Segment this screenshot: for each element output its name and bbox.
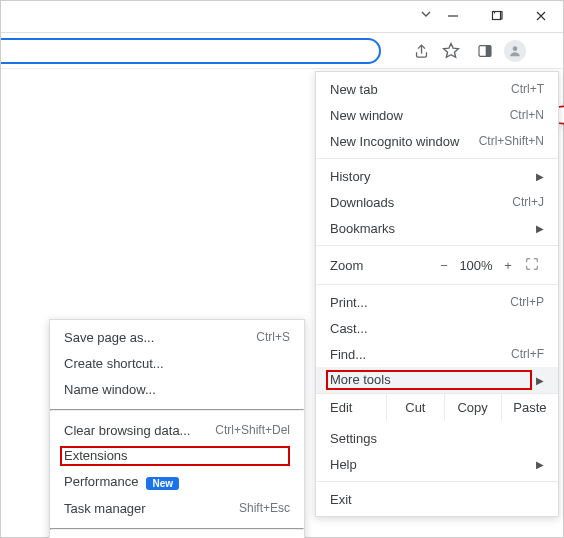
menu-label: More tools (326, 370, 532, 390)
bookmark-star-icon[interactable] (439, 39, 463, 63)
menu-zoom-row: Zoom − 100% + (316, 250, 558, 280)
menu-exit[interactable]: Exit (316, 486, 558, 512)
menu-label: Task manager (64, 501, 239, 516)
submenu-name-window[interactable]: Name window... (50, 376, 304, 402)
submenu-arrow-icon: ▶ (536, 459, 544, 470)
zoom-in-button[interactable]: + (496, 258, 520, 273)
menu-label: New window (330, 108, 510, 123)
menu-cast[interactable]: Cast... (316, 315, 558, 341)
svg-rect-2 (486, 46, 491, 57)
svg-rect-0 (493, 12, 501, 20)
menu-history[interactable]: History▶ (316, 163, 558, 189)
menu-shortcut: Ctrl+S (256, 330, 290, 344)
menu-label: Downloads (330, 195, 512, 210)
window-close-button[interactable] (519, 1, 563, 31)
edit-cut[interactable]: Cut (387, 394, 444, 421)
side-panel-icon[interactable] (473, 39, 497, 63)
menu-label: Find... (330, 347, 511, 362)
menu-label: Print... (330, 295, 510, 310)
menu-label: History (330, 169, 532, 184)
window-titlebar (1, 1, 563, 33)
menu-label: Save page as... (64, 330, 256, 345)
menu-edit-row: Edit Cut Copy Paste (316, 393, 558, 421)
window-maximize-button[interactable] (475, 1, 519, 31)
menu-print[interactable]: Print...Ctrl+P (316, 289, 558, 315)
submenu-extensions[interactable]: Extensions (50, 443, 304, 469)
submenu-create-shortcut[interactable]: Create shortcut... (50, 350, 304, 376)
submenu-performance[interactable]: PerformanceNew (50, 469, 304, 495)
menu-more-tools[interactable]: More tools▶ (316, 367, 558, 393)
share-icon[interactable] (409, 39, 433, 63)
menu-label: Name window... (64, 382, 290, 397)
menu-label: Clear browsing data... (64, 423, 215, 438)
menu-help[interactable]: Help▶ (316, 451, 558, 477)
menu-label: Cast... (330, 321, 544, 336)
menu-new-window[interactable]: New windowCtrl+N (316, 102, 558, 128)
menu-label: Exit (330, 492, 544, 507)
menu-shortcut: Ctrl+T (511, 82, 544, 96)
browser-toolbar (1, 33, 563, 69)
menu-label: Settings (330, 431, 544, 446)
menu-label: Bookmarks (330, 221, 532, 236)
menu-shortcut: Ctrl+Shift+Del (215, 423, 290, 437)
menu-new-incognito[interactable]: New Incognito windowCtrl+Shift+N (316, 128, 558, 154)
submenu-arrow-icon: ▶ (536, 171, 544, 182)
menu-label: Help (330, 457, 532, 472)
menu-shortcut: Ctrl+J (512, 195, 544, 209)
menu-shortcut: Shift+Esc (239, 501, 290, 515)
submenu-task-manager[interactable]: Task managerShift+Esc (50, 495, 304, 521)
address-bar[interactable] (1, 38, 381, 64)
menu-label: Extensions (60, 446, 290, 466)
menu-shortcut: Ctrl+Shift+N (479, 134, 544, 148)
edit-copy[interactable]: Copy (445, 394, 502, 421)
zoom-value: 100% (456, 258, 496, 273)
submenu-save-page[interactable]: Save page as...Ctrl+S (50, 324, 304, 350)
menu-shortcut: Ctrl+F (511, 347, 544, 361)
menu-shortcut: Ctrl+N (510, 108, 544, 122)
svg-point-3 (513, 46, 518, 51)
submenu-clear-data[interactable]: Clear browsing data...Ctrl+Shift+Del (50, 417, 304, 443)
profile-avatar[interactable] (503, 39, 527, 63)
zoom-label: Zoom (330, 258, 432, 273)
menu-label: New Incognito window (330, 134, 479, 149)
menu-downloads[interactable]: DownloadsCtrl+J (316, 189, 558, 215)
menu-new-tab[interactable]: New tabCtrl+T (316, 76, 558, 102)
menu-find[interactable]: Find...Ctrl+F (316, 341, 558, 367)
menu-label: PerformanceNew (64, 474, 290, 489)
chrome-main-menu: New tabCtrl+T New windowCtrl+N New Incog… (315, 71, 559, 517)
edit-label: Edit (316, 394, 387, 421)
menu-label: New tab (330, 82, 511, 97)
zoom-out-button[interactable]: − (432, 258, 456, 273)
more-tools-submenu: Save page as...Ctrl+S Create shortcut...… (49, 319, 305, 538)
window-minimize-button[interactable] (431, 1, 475, 31)
menu-settings[interactable]: Settings (316, 425, 558, 451)
edit-paste[interactable]: Paste (502, 394, 558, 421)
menu-label: Create shortcut... (64, 356, 290, 371)
new-badge: New (146, 477, 179, 490)
submenu-arrow-icon: ▶ (536, 223, 544, 234)
submenu-arrow-icon: ▶ (536, 375, 544, 386)
menu-shortcut: Ctrl+P (510, 295, 544, 309)
menu-bookmarks[interactable]: Bookmarks▶ (316, 215, 558, 241)
fullscreen-icon[interactable] (520, 257, 544, 274)
